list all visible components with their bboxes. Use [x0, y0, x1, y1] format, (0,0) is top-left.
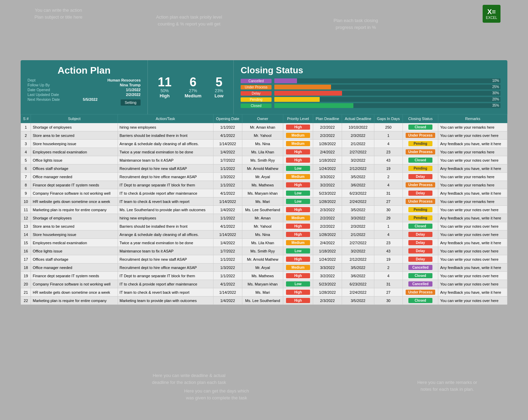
status-bar-row: Under Process 25%	[241, 85, 500, 89]
annotation-top-right: Plan each task closingprogress report in…	[309, 17, 402, 31]
cell-opening: 1/1/2022	[213, 123, 242, 131]
cell-task: IT team to check & revert back with repo…	[118, 288, 213, 297]
cell-actual-deadline: 2/27/2022	[342, 148, 374, 156]
cell-owner: Mr. Aman khan	[242, 123, 283, 131]
closing-status-title: Closing Status	[241, 65, 500, 76]
cell-task: IT team to check & revert back with repo…	[118, 197, 213, 206]
table-row: 20 Company Finance software is not worki…	[21, 280, 507, 288]
table-row: 19 Finance dept separate IT system needs…	[21, 272, 507, 280]
cell-plan-deadline: 3/2/2022	[313, 272, 342, 280]
status-bar-track: 25%	[274, 85, 500, 89]
cell-subject: Store housekeeping issue	[31, 140, 118, 148]
cell-remarks: You can write your notes over here	[438, 280, 507, 288]
cell-task: Marketing team to provide plan with outc…	[118, 297, 213, 305]
status-bar-track: 35%	[274, 103, 500, 108]
status-bar-fill	[274, 97, 320, 102]
cell-priority: High	[283, 181, 313, 189]
cell-gaps: 1	[374, 222, 403, 230]
status-bars: Cancelled 10% Under Process 25% Delay 30…	[241, 78, 500, 108]
cell-subject: HR website gets down sometime once a wee…	[31, 288, 118, 297]
cell-id: 2	[21, 131, 31, 140]
cell-priority: High	[283, 272, 313, 280]
cell-gaps: 30	[374, 297, 403, 305]
high-label: High	[158, 93, 172, 98]
cell-id: 19	[21, 272, 31, 280]
cell-priority: High	[283, 206, 313, 214]
cell-plan-deadline: 1/28/2022	[313, 230, 342, 239]
cell-status: Delay	[403, 255, 438, 263]
cell-remarks: You can write your notes over here	[438, 255, 507, 263]
cell-status: Delay	[403, 189, 438, 197]
last-updated-value: 2/2/2022	[126, 93, 141, 97]
cell-subject: Store area to be secured	[31, 222, 118, 230]
cell-remarks: You can write your notes over here	[438, 131, 507, 140]
main-card: Action Plan Dept Human Resources Follow …	[21, 60, 507, 305]
cell-actual-deadline: 2/12/2022	[342, 164, 374, 173]
cell-task: IT Dept to arrange separate IT block for…	[118, 272, 213, 280]
cell-status: Closed	[403, 156, 438, 164]
cell-remarks: You can write your notes over here	[438, 230, 507, 239]
cell-plan-deadline: 1/18/2022	[313, 156, 342, 164]
low-label: Low	[214, 93, 223, 98]
cell-actual-deadline: 2/3/2022	[342, 222, 374, 230]
cell-owner: Mr. Arnold Mathew	[242, 164, 283, 173]
low-count: 5	[214, 76, 223, 88]
status-bar-label: Delay	[241, 91, 272, 96]
cell-id: 3	[21, 140, 31, 148]
cell-owner: Ms. Nina	[242, 140, 283, 148]
cell-actual-deadline: 3/2/2022	[342, 247, 374, 255]
priority-badge: High	[286, 232, 310, 237]
header-mid: 11 50% High 6 27% Medium 5 23% Low	[148, 60, 234, 114]
cell-plan-deadline: 2/2/2022	[313, 131, 342, 140]
cell-owner: Mr. Aman	[242, 214, 283, 222]
cell-status: Closed	[403, 272, 438, 280]
cell-owner: Ms. Maryam khan	[242, 189, 283, 197]
cell-id: 13	[21, 222, 31, 230]
cell-task: IT Dept to arrange separate IT block for…	[118, 181, 213, 189]
cell-status: Delay	[403, 230, 438, 239]
cell-subject: Office manager needed	[31, 263, 118, 272]
cell-plan-deadline: 2/3/2022	[313, 206, 342, 214]
status-bar-row: Closed 35%	[241, 103, 500, 108]
table-row: 13 Store area to be secured Barriers sho…	[21, 222, 507, 230]
cell-opening: 1/14/2022	[213, 140, 242, 148]
cell-opening: 4/1/2022	[213, 280, 242, 288]
priority-badge: High	[286, 257, 310, 262]
cell-gaps: 250	[374, 123, 403, 131]
excel-logo: X≡ EXCEL	[483, 5, 500, 23]
table-row: 14 Store housekeeping issue Arrange & sc…	[21, 230, 507, 239]
cell-actual-deadline: 2/27/2022	[342, 239, 374, 247]
cell-task: Recruitment dept to hire new staff ASAP	[118, 255, 213, 263]
status-badge: Pending	[408, 215, 432, 220]
cell-owner: Mr. Aryal	[242, 173, 283, 181]
cell-plan-deadline: 2/4/2022	[313, 148, 342, 156]
excel-label: EXCEL	[486, 16, 497, 20]
cell-owner: Mr. Aryal	[242, 263, 283, 272]
cell-task: Maintenance team to fix it ASAP	[118, 156, 213, 164]
cell-task: hiring new employees	[118, 214, 213, 222]
cell-plan-deadline: 2/3/2022	[313, 297, 342, 305]
cell-id: 12	[21, 214, 31, 222]
status-bar-fill	[274, 85, 331, 89]
priority-high-stat: 11 50% High	[158, 76, 172, 98]
cell-task: Maintenance team to fix it ASAP	[118, 247, 213, 255]
cell-plan-deadline: 1/28/2022	[313, 197, 342, 206]
status-badge: Cancelled	[408, 265, 432, 270]
cell-plan-deadline: 1/24/2022	[313, 255, 342, 263]
cell-priority: High	[283, 297, 313, 305]
status-badge: Delay	[408, 248, 432, 254]
setting-button[interactable]: Setting	[121, 99, 141, 106]
cell-opening: 1/7/2022	[213, 247, 242, 255]
cell-gaps: 1	[374, 131, 403, 140]
cell-status: Closed	[403, 222, 438, 230]
priority-badge: Medium	[286, 174, 310, 179]
cell-task: IT to check & provide report after maint…	[118, 280, 213, 288]
cell-actual-deadline: 6/23/2022	[342, 280, 374, 288]
cell-actual-deadline: 3/5/2022	[342, 206, 374, 214]
cell-subject: Company Finance software is not working …	[31, 280, 118, 288]
status-badge: Delay	[408, 191, 432, 196]
plan-title: Action Plan	[28, 65, 141, 76]
cell-plan-deadline: 5/23/2022	[313, 280, 342, 288]
cell-priority: High	[283, 156, 313, 164]
col-id: S #	[21, 115, 31, 123]
